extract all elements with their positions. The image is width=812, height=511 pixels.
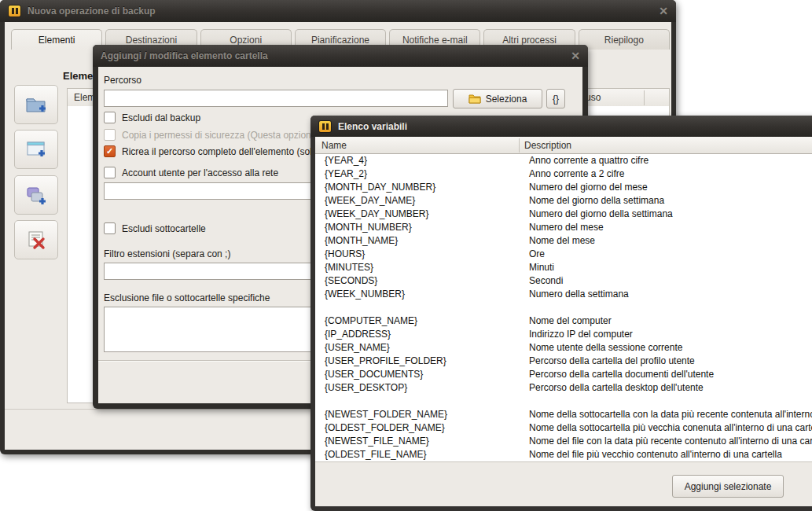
table-row[interactable]: {COMPUTER_NAME}Nome del computer [315,314,812,328]
table-row[interactable]: {IP_ADDRESS}Indirizzo IP del computer [315,328,812,341]
table-row[interactable]: {HOURS}Ore [315,248,812,261]
variable-description: Nome del file con la data più recente co… [529,436,812,447]
table-row[interactable]: {OLDEST_FOLDER_NAME}Nome della sottocart… [315,421,812,435]
folder-plus-icon [24,94,48,115]
description-column-header[interactable]: Description [524,140,571,151]
variable-name: {MINUTES} [325,262,373,273]
escludi-sottocartelle-checkbox[interactable] [104,222,116,234]
table-row[interactable]: {MONTH_NUMBER}Numero del mese [315,221,812,234]
variable-description: Percorso della cartella documenti dell'u… [529,369,714,380]
variable-description: Ore [529,248,545,259]
main-titlebar[interactable]: Nuova operazione di backup ✕ [0,0,676,22]
variables-window-content: Name Description {YEAR_4}Anno corrente a… [315,137,812,506]
table-row[interactable]: {WEEK_DAY_NUMBER}Numero del giorno della… [315,208,812,221]
escludi-backup-label: Escludi dal backup [122,112,200,123]
variable-name: {NEWEST_FOLDER_NAME} [325,409,447,420]
table-row[interactable]: {MINUTES}Minuti [315,261,812,274]
variable-name: {HOURS} [325,248,365,259]
column-separator [644,90,645,105]
folder-dialog-titlebar[interactable]: Aggiungi / modifica elemento cartella ✕ [93,45,588,67]
screen: Nuova operazione di backup ✕ Elementi De… [0,0,812,511]
drive-plus-icon [24,184,48,206]
percorso-label: Percorso [104,75,141,86]
variable-description: Nome utente della sessione corrente [529,342,682,353]
add-file-button[interactable] [14,130,58,169]
table-row[interactable]: {WEEK_DAY_NAME}Nome del giorno della set… [315,194,812,208]
variable-description: Anno corrente a quattro cifre [529,155,648,166]
variable-description: Numero della settimana [529,289,629,300]
tab-elementi[interactable]: Elementi [11,29,102,50]
checkbox-row-escludi-backup[interactable]: Escludi dal backup [104,112,200,123]
variables-titlebar[interactable]: Elenco variabili [310,116,812,137]
seleziona-button[interactable]: Seleziona [453,89,542,108]
table-row[interactable]: {USER_PROFILE_FOLDER}Percorso della cart… [315,355,812,368]
variable-description: Minuti [529,262,554,273]
add-drive-image-button[interactable] [14,175,58,215]
variable-name: {WEEK_NUMBER} [325,289,405,300]
variables-table-body[interactable]: {YEAR_4}Anno corrente a quattro cifre{YE… [315,154,812,461]
variable-name: {YEAR_4} [325,155,367,166]
table-row[interactable]: {NEWEST_FILE_NAME}Nome del file con la d… [315,435,812,448]
table-row[interactable]: {MONTH_DAY_NUMBER}Numero del giorno del … [315,181,812,194]
variable-name: {YEAR_2} [325,168,367,179]
column-separator [519,138,520,153]
table-row[interactable]: {SECONDS}Secondi [315,274,812,288]
escludi-backup-checkbox[interactable] [104,112,116,123]
table-row[interactable]: {USER_DESKTOP}Percorso della cartella de… [315,381,812,395]
checkbox-row-escludi-sottocartelle[interactable]: Escludi sottocartelle [104,222,206,234]
variable-description: Percorso della cartella del profilo uten… [529,355,695,366]
variable-description: Nome della sottocartella con la data più… [529,409,812,420]
table-row[interactable]: {YEAR_2}Anno corrente a 2 cifre [315,167,812,181]
variable-name: {USER_NAME} [325,342,390,353]
filtro-estensioni-label: Filtro estensioni (separa con ;) [104,248,230,259]
table-row[interactable]: {NEWEST_FOLDER_NAME}Nome della sottocart… [315,408,812,421]
table-row[interactable]: {MONTH_NAME}Nome del mese [315,234,812,248]
close-icon[interactable]: ✕ [571,50,580,61]
variables-table-header: Name Description [315,137,812,154]
variables-window-title: Elenco variabili [338,121,812,132]
variables-button[interactable]: {} [546,89,565,108]
checkbox-row-account-utente[interactable]: Account utente per l'accesso alla rete [104,167,278,178]
variable-description: Percorso della cartella desktop dell'ute… [529,382,704,393]
table-row[interactable]: {YEAR_4}Anno corrente a quattro cifre [315,154,812,167]
account-utente-checkbox[interactable] [104,167,116,178]
checkbox-row-copia-permessi[interactable]: Copia i permessi di sicurezza (Questa op… [104,129,343,141]
variable-name: {MONTH_NUMBER} [325,222,412,233]
percorso-input[interactable] [104,90,448,107]
escludi-sottocartelle-label: Escludi sottocartelle [122,223,206,234]
variable-name: {IP_ADDRESS} [325,329,391,340]
table-row[interactable]: {USER_NAME}Nome utente della sessione co… [315,341,812,355]
table-row[interactable] [315,395,812,408]
variable-description: Numero del mese [529,222,604,233]
checkbox-row-ricrea-percorso[interactable]: ✓ Ricrea il percorso completo dell'eleme… [104,145,342,157]
window-elenco-variabili: Elenco variabili Name Description {YEAR_… [310,116,812,511]
table-row[interactable]: {USER_DOCUMENTS}Percorso della cartella … [315,368,812,381]
variable-description: Numero del giorno della settimana [529,208,673,219]
esclusione-file-label: Esclusione file o sottocartelle specific… [104,292,270,303]
variable-name: {OLDEST_FILE_NAME} [325,449,426,460]
variable-description: Numero del giorno del mese [529,182,648,193]
ricrea-percorso-checkbox[interactable]: ✓ [104,145,116,157]
copia-permessi-checkbox[interactable] [104,129,116,141]
table-row[interactable] [315,301,812,314]
variable-description: Secondi [529,275,563,286]
tab-riepilogo[interactable]: Riepilogo [579,29,670,50]
variable-description: Nome del file più vecchio contenuto all'… [529,449,782,460]
copia-permessi-label: Copia i permessi di sicurezza (Questa op… [122,130,343,141]
variables-footer: Aggiungi selezionate [315,461,812,506]
variable-description: Nome del computer [529,315,612,326]
variable-name: {SECONDS} [325,275,377,286]
variable-name: {WEEK_DAY_NAME} [325,195,415,206]
main-window-title: Nuova operazione di backup [28,6,652,17]
remove-item-button[interactable] [14,220,58,259]
add-folder-button[interactable] [14,85,58,124]
name-column-header[interactable]: Name [321,140,347,151]
close-icon[interactable]: ✕ [659,6,668,17]
variable-name: {USER_PROFILE_FOLDER} [325,355,446,366]
variable-name: {WEEK_DAY_NUMBER} [325,208,429,219]
variable-description: Indirizzo IP del computer [529,329,633,340]
aggiungi-selezionate-button[interactable]: Aggiungi selezionate [672,475,784,498]
table-row[interactable]: {WEEK_NUMBER}Numero della settimana [315,288,812,301]
table-row[interactable]: {OLDEST_FILE_NAME}Nome del file più vecc… [315,448,812,461]
list-delete-icon [24,229,48,251]
